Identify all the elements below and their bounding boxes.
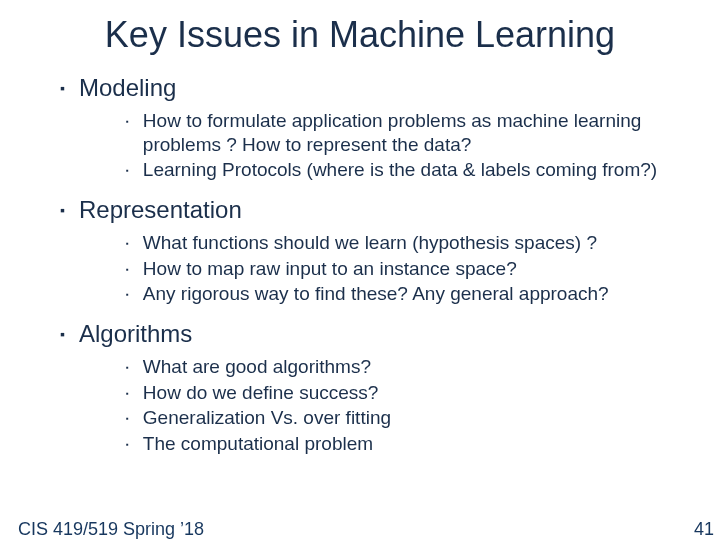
bullet-icon: ▪ [126, 166, 129, 176]
item-text: How to map raw input to an instance spac… [143, 257, 517, 281]
bullet-icon: ▪ [126, 239, 129, 249]
section-heading: ▪ Modeling [60, 74, 690, 103]
list-item: ▪ Generalization Vs. over fitting [126, 406, 690, 430]
list-item: ▪ How to formulate application problems … [126, 109, 690, 157]
item-text: Learning Protocols (where is the data & … [143, 158, 657, 182]
item-text: Any rigorous way to find these? Any gene… [143, 282, 609, 306]
list-item: ▪ How to map raw input to an instance sp… [126, 257, 690, 281]
list-item: ▪ Any rigorous way to find these? Any ge… [126, 282, 690, 306]
section-label: Algorithms [79, 320, 192, 349]
bullet-icon: ▪ [60, 202, 65, 219]
item-text: What are good algorithms? [143, 355, 371, 379]
bullet-icon: ▪ [126, 363, 129, 373]
list-item: ▪ How do we define success? [126, 381, 690, 405]
item-text: Generalization Vs. over fitting [143, 406, 391, 430]
item-text: How to formulate application problems as… [143, 109, 690, 157]
item-text: What functions should we learn (hypothes… [143, 231, 597, 255]
slide: Key Issues in Machine Learning ▪ Modelin… [0, 14, 720, 540]
list-item: ▪ What functions should we learn (hypoth… [126, 231, 690, 255]
footer-course: CIS 419/519 Spring ’18 [18, 519, 204, 540]
bullet-icon: ▪ [126, 290, 129, 300]
section-heading: ▪ Algorithms [60, 320, 690, 349]
list-item: ▪ Learning Protocols (where is the data … [126, 158, 690, 182]
bullet-icon: ▪ [126, 265, 129, 275]
bullet-icon: ▪ [126, 117, 129, 127]
bullet-icon: ▪ [126, 389, 129, 399]
section-sublist: ▪ What are good algorithms? ▪ How do we … [60, 355, 690, 456]
section-label: Representation [79, 196, 242, 225]
bullet-icon: ▪ [60, 80, 65, 97]
item-text: How do we define success? [143, 381, 379, 405]
slide-content: ▪ Modeling ▪ How to formulate applicatio… [0, 74, 720, 456]
bullet-icon: ▪ [60, 326, 65, 343]
item-text: The computational problem [143, 432, 373, 456]
section-label: Modeling [79, 74, 176, 103]
footer-page-number: 41 [694, 519, 714, 540]
bullet-icon: ▪ [126, 414, 129, 424]
section-sublist: ▪ How to formulate application problems … [60, 109, 690, 182]
section-heading: ▪ Representation [60, 196, 690, 225]
bullet-icon: ▪ [126, 440, 129, 450]
list-item: ▪ What are good algorithms? [126, 355, 690, 379]
section-sublist: ▪ What functions should we learn (hypoth… [60, 231, 690, 306]
list-item: ▪ The computational problem [126, 432, 690, 456]
slide-title: Key Issues in Machine Learning [0, 14, 720, 56]
